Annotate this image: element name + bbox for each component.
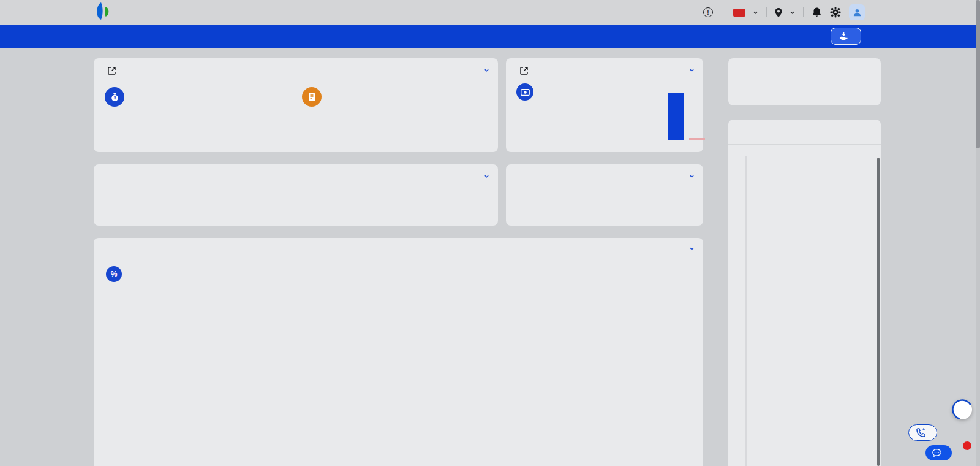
- income-bar: [668, 93, 684, 140]
- main-nav: [0, 25, 980, 48]
- support-button[interactable]: [925, 445, 952, 460]
- booking-card: [506, 164, 703, 226]
- language-selector[interactable]: [733, 9, 758, 17]
- reception-hand-icon: [839, 32, 848, 40]
- kiotviet-logo[interactable]: [94, 2, 116, 22]
- chevron-down-icon: [689, 67, 695, 73]
- activities-scrollbar[interactable]: [877, 158, 880, 466]
- kiotviet-logo-icon: [94, 2, 112, 23]
- svg-text:$: $: [113, 96, 116, 101]
- notifications-bell-icon[interactable]: [812, 7, 822, 18]
- help-icon: !: [703, 7, 713, 17]
- divider: [293, 91, 293, 141]
- chevron-down-icon: [689, 174, 695, 179]
- occupancy-card: %: [94, 238, 703, 466]
- divider: [619, 191, 619, 218]
- income-expense-period-dropdown[interactable]: [686, 67, 695, 73]
- external-link-icon[interactable]: [108, 67, 116, 75]
- reception-activity-card: [94, 164, 498, 226]
- revenue-card-title: [104, 67, 116, 75]
- help-menu[interactable]: !: [703, 7, 717, 17]
- chevron-down-icon: [484, 174, 489, 179]
- divider: [293, 191, 293, 218]
- divider: [725, 7, 725, 17]
- money-bag-icon: $: [105, 87, 124, 107]
- reception-button[interactable]: [831, 28, 861, 45]
- reception-period-dropdown[interactable]: [481, 174, 489, 179]
- shortcuts-card: [728, 58, 881, 105]
- chevron-down-icon: [484, 67, 489, 73]
- activity-list: [728, 120, 881, 466]
- revenue-card: $: [94, 58, 498, 152]
- external-link-icon[interactable]: [520, 67, 528, 75]
- branch-selector[interactable]: [775, 8, 795, 17]
- zalo-button[interactable]: [952, 400, 972, 419]
- percent-icon: %: [106, 266, 122, 282]
- chevron-down-icon: [689, 246, 695, 251]
- vietnam-flag-icon: [733, 9, 745, 17]
- support-notification-dot: [963, 441, 971, 450]
- returned-stat[interactable]: [304, 190, 307, 193]
- user-avatar[interactable]: [849, 4, 865, 20]
- cash-icon: [516, 83, 533, 101]
- topbar: !: [0, 0, 980, 25]
- invoice-orange-icon: [302, 87, 322, 107]
- kiotviet-dashboard: !: [0, 0, 980, 466]
- page-scrollbar-thumb[interactable]: [976, 0, 980, 148]
- ai-call-button[interactable]: [908, 424, 937, 441]
- person-icon: [853, 8, 862, 17]
- chevron-down-icon: [753, 10, 758, 15]
- expense-zero-bar: [689, 138, 705, 140]
- chat-icon: [932, 449, 941, 457]
- topbar-right: !: [703, 0, 865, 25]
- settings-gear-icon[interactable]: [830, 7, 841, 18]
- received-stat[interactable]: [104, 190, 107, 193]
- chevron-down-icon: [790, 10, 795, 15]
- phone-plus-icon: [916, 428, 925, 437]
- income-expense-title: [516, 67, 528, 75]
- divider: [803, 7, 804, 17]
- occupancy-line-chart: [106, 299, 703, 466]
- divider: [766, 7, 767, 17]
- recent-activities-card: [728, 120, 881, 466]
- booking-period-dropdown[interactable]: [686, 174, 695, 179]
- zalo-ring: [951, 399, 973, 421]
- occupancy-period-dropdown[interactable]: [686, 246, 695, 251]
- revenue-period-dropdown[interactable]: [481, 67, 489, 73]
- income-expense-card: [506, 58, 703, 152]
- location-pin-icon: [775, 8, 782, 17]
